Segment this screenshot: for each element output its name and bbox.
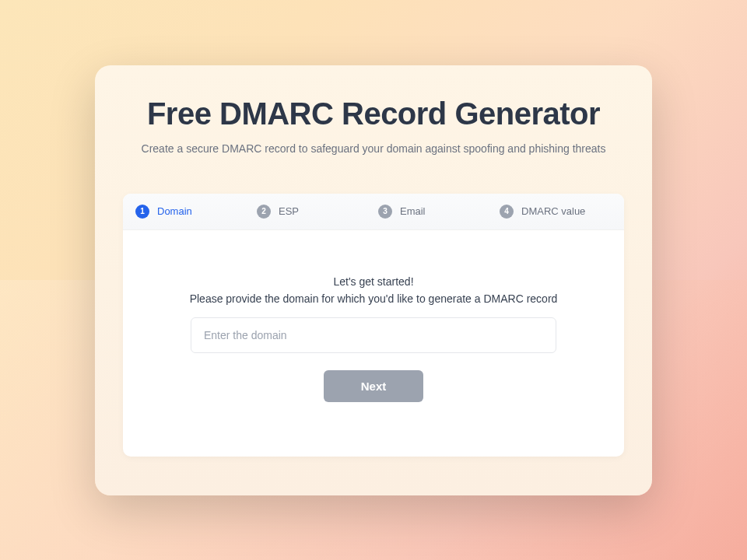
step-number: 1 xyxy=(135,205,149,219)
step-label: Email xyxy=(400,205,426,217)
step-label: DMARC value xyxy=(521,205,585,217)
step-domain[interactable]: 1 Domain xyxy=(131,205,252,219)
step-number: 2 xyxy=(257,205,271,219)
form-content: Let's get started! Please provide the do… xyxy=(123,230,624,457)
next-button[interactable]: Next xyxy=(324,370,424,402)
page-title: Free DMARC Record Generator xyxy=(123,96,624,131)
intro-line-1: Let's get started! xyxy=(146,275,601,288)
step-label: Domain xyxy=(157,205,192,217)
stepper-panel: 1 Domain 2 ESP 3 Email 4 DMARC value Let… xyxy=(123,194,624,457)
step-number: 3 xyxy=(378,205,392,219)
step-dmarc-value[interactable]: 4 DMARC value xyxy=(495,205,616,219)
step-email[interactable]: 3 Email xyxy=(374,205,495,219)
stepper: 1 Domain 2 ESP 3 Email 4 DMARC value xyxy=(123,194,624,230)
intro-line-2: Please provide the domain for which you'… xyxy=(146,292,601,305)
step-esp[interactable]: 2 ESP xyxy=(252,205,374,219)
main-card: Free DMARC Record Generator Create a sec… xyxy=(95,65,652,495)
step-number: 4 xyxy=(500,205,514,219)
domain-input[interactable] xyxy=(191,317,556,353)
page-subtitle: Create a secure DMARC record to safeguar… xyxy=(123,142,624,155)
step-label: ESP xyxy=(279,205,299,217)
